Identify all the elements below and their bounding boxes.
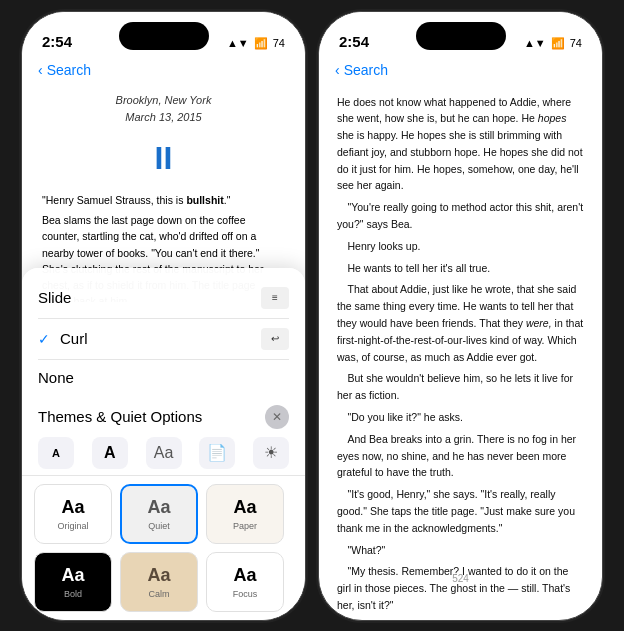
theme-focus[interactable]: Aa Focus — [206, 552, 284, 612]
book-para-1: "Henry Samuel Strauss, this is bullshit.… — [42, 192, 285, 208]
paper-sample: Aa — [233, 497, 256, 518]
small-a-label: A — [52, 447, 60, 459]
read-para-9: "It's good, Henry," she says. "It's real… — [337, 486, 584, 536]
brightness-button[interactable]: ☀ — [253, 437, 289, 469]
font-icon: Aa — [154, 444, 174, 462]
slide-option-slide[interactable]: Slide ≡ — [38, 278, 289, 319]
back-label-left: Search — [47, 62, 91, 78]
status-icons-left: ▲▼ 📶 74 — [227, 37, 285, 50]
read-para-12: And of course, it is. — [337, 619, 584, 621]
paper-label: Paper — [233, 521, 257, 531]
status-icons-right: ▲▼ 📶 74 — [524, 37, 582, 50]
nav-bar-right[interactable]: ‹ Search — [319, 56, 602, 82]
dynamic-island-right — [416, 22, 506, 50]
font-large-button[interactable]: A — [92, 437, 128, 469]
quiet-label: Quiet — [148, 521, 170, 531]
slide-options: Slide ≡ ✓ Curl ↩ — [22, 268, 305, 399]
back-label-right: Search — [344, 62, 388, 78]
wifi-icon: 📶 — [254, 37, 268, 50]
time-right: 2:54 — [339, 33, 369, 50]
theme-calm[interactable]: Aa Calm — [120, 552, 198, 612]
bold-label: Bold — [64, 589, 82, 599]
none-label-wrap: None — [38, 369, 74, 386]
calm-label: Calm — [148, 589, 169, 599]
font-style-button[interactable]: Aa — [146, 437, 182, 469]
theme-original[interactable]: Aa Original — [34, 484, 112, 544]
original-sample: Aa — [61, 497, 84, 518]
time-left: 2:54 — [42, 33, 72, 50]
read-para-3: Henry looks up. — [337, 238, 584, 255]
quiet-sample: Aa — [147, 497, 170, 518]
read-para-4: He wants to tell her it's all true. — [337, 260, 584, 277]
read-para-5: That about Addie, just like he wrote, th… — [337, 281, 584, 365]
calm-sample: Aa — [147, 565, 170, 586]
chevron-left-icon: ‹ — [38, 62, 43, 78]
theme-cards-grid: Aa Original Aa Quiet Aa Paper Aa Bold — [22, 476, 305, 620]
read-para-1: He does not know what happened to Addie,… — [337, 94, 584, 195]
read-para-10: "What?" — [337, 542, 584, 559]
signal-icon-right: ▲▼ — [524, 37, 546, 49]
slide-option-none[interactable]: None — [38, 360, 289, 395]
none-text: None — [38, 369, 74, 386]
back-button-right[interactable]: ‹ Search — [335, 62, 586, 78]
large-a-label: A — [104, 444, 116, 462]
left-phone: 2:54 ▲▼ 📶 74 ‹ Search Brooklyn, New York… — [21, 11, 306, 621]
reading-content: He does not know what happened to Addie,… — [319, 82, 602, 621]
dynamic-island — [119, 22, 209, 50]
read-para-7: "Do you like it?" he asks. — [337, 409, 584, 426]
original-label: Original — [57, 521, 88, 531]
wifi-icon-right: 📶 — [551, 37, 565, 50]
themes-title: Themes & Quiet Options — [38, 408, 202, 425]
theme-paper[interactable]: Aa Paper — [206, 484, 284, 544]
right-phone: 2:54 ▲▼ 📶 74 ‹ Search He does not know w… — [318, 11, 603, 621]
brightness-icon: ☀ — [264, 443, 278, 462]
themes-header: Themes & Quiet Options ✕ — [22, 399, 305, 431]
curl-icon: ↩ — [261, 328, 289, 350]
read-para-2: "You're really going to method actor thi… — [337, 199, 584, 233]
slide-right: ≡ — [261, 287, 289, 309]
focus-label: Focus — [233, 589, 258, 599]
battery-right: 74 — [570, 37, 582, 49]
slide-text: Slide — [38, 289, 71, 306]
focus-sample: Aa — [233, 565, 256, 586]
read-para-6: But she wouldn't believe him, so he lets… — [337, 370, 584, 404]
theme-quiet[interactable]: Aa Quiet — [120, 484, 198, 544]
battery-left: 74 — [273, 37, 285, 49]
theme-bold[interactable]: Aa Bold — [34, 552, 112, 612]
curl-label-wrap: ✓ Curl — [38, 330, 88, 347]
format-button[interactable]: 📄 — [199, 437, 235, 469]
book-location: Brooklyn, New YorkMarch 13, 2015 — [42, 92, 285, 127]
read-para-8: And Bea breaks into a grin. There is no … — [337, 431, 584, 481]
bold-sample: Aa — [61, 565, 84, 586]
signal-icon: ▲▼ — [227, 37, 249, 49]
phones-container: 2:54 ▲▼ 📶 74 ‹ Search Brooklyn, New York… — [21, 11, 603, 621]
font-small-button[interactable]: A — [38, 437, 74, 469]
slide-icon: ≡ — [261, 287, 289, 309]
slide-option-curl[interactable]: ✓ Curl ↩ — [38, 319, 289, 360]
nav-bar-left[interactable]: ‹ Search — [22, 56, 305, 82]
checkmark-icon: ✓ — [38, 331, 50, 347]
chapter-number: II — [42, 133, 285, 184]
curl-text: Curl — [60, 330, 88, 347]
close-button[interactable]: ✕ — [265, 405, 289, 429]
curl-right: ↩ — [261, 328, 289, 350]
slide-label: Slide — [38, 289, 71, 306]
format-icon: 📄 — [207, 443, 227, 462]
toolbar: A A Aa 📄 ☀ — [22, 431, 305, 476]
chevron-left-icon-right: ‹ — [335, 62, 340, 78]
overlay-panel: Slide ≡ ✓ Curl ↩ — [22, 268, 305, 620]
back-button-left[interactable]: ‹ Search — [38, 62, 289, 78]
page-number: 524 — [319, 571, 602, 590]
